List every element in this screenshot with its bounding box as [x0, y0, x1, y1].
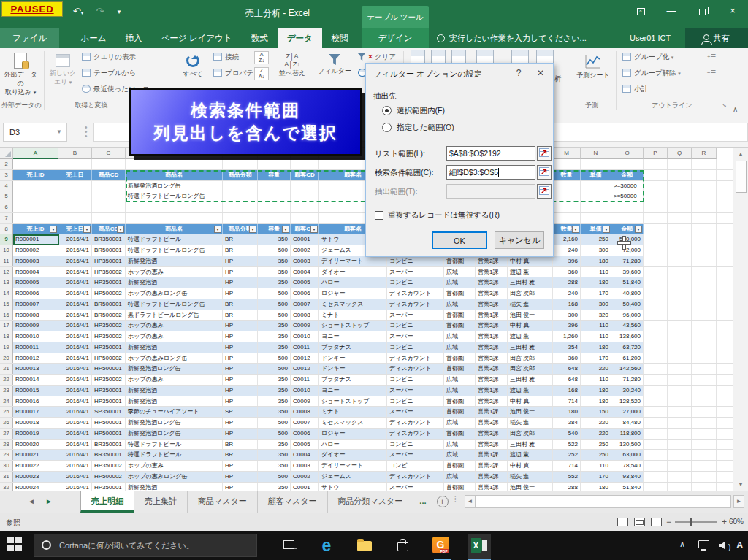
- tab-数式[interactable]: 数式: [242, 28, 278, 48]
- grid-cell-R13[interactable]: [692, 277, 717, 288]
- grid-cell-O32[interactable]: 51,840: [611, 483, 644, 491]
- grid-cell-L14[interactable]: 田宮 次郎: [508, 288, 553, 299]
- grid-cell-Q4[interactable]: [668, 181, 692, 191]
- grid-cell-K29[interactable]: 営業1課: [476, 450, 508, 460]
- row-header-11[interactable]: 11: [0, 256, 13, 266]
- grid-cell-L24[interactable]: 中村 真: [508, 396, 553, 407]
- grid-cell-C20[interactable]: HP500002: [92, 353, 126, 364]
- grid-cell-P2[interactable]: [644, 159, 668, 169]
- grid-cell-G12[interactable]: C0004: [291, 267, 319, 277]
- grid-cell-N26[interactable]: 220: [581, 418, 611, 428]
- grid-cell-K24[interactable]: 営業2課: [476, 396, 508, 407]
- grid-cell-E10[interactable]: BR: [223, 245, 258, 256]
- grid-cell-Q22[interactable]: [668, 375, 692, 385]
- grid-cell-F29[interactable]: 350: [258, 450, 291, 460]
- grid-cell-E22[interactable]: HP: [223, 375, 258, 385]
- grid-cell-C15[interactable]: BR500001: [92, 299, 126, 310]
- grid-cell-A10[interactable]: R000002: [13, 245, 58, 256]
- grid-cell-O23[interactable]: 30,240: [611, 386, 644, 396]
- grid-cell-F13[interactable]: 350: [258, 277, 291, 288]
- grid-cell-F23[interactable]: 350: [258, 386, 291, 396]
- grid-cell-P20[interactable]: [644, 353, 668, 364]
- grid-cell-J13[interactable]: 広域: [444, 277, 476, 288]
- grid-cell-Q17[interactable]: [668, 321, 692, 331]
- tab-ホーム[interactable]: ホーム: [72, 28, 116, 48]
- criteria-range-picker-button[interactable]: [537, 165, 552, 180]
- grid-cell-E20[interactable]: HP: [223, 353, 258, 364]
- grid-cell-P18[interactable]: [644, 331, 668, 342]
- grid-cell-A25[interactable]: R000017: [13, 407, 58, 417]
- grid-cell-D6[interactable]: [126, 202, 223, 212]
- grid-cell-Q3[interactable]: [668, 170, 692, 180]
- qat-customize-icon[interactable]: ▾: [111, 4, 127, 19]
- column-filter-icon[interactable]: ▼: [50, 226, 57, 233]
- grid-cell-I11[interactable]: コンビニ: [387, 256, 444, 266]
- grid-cell-R30[interactable]: [692, 461, 717, 471]
- grid-cell-J26[interactable]: 広域: [444, 418, 476, 428]
- grid-cell-C24[interactable]: HP350001: [92, 396, 126, 407]
- grid-cell-A9[interactable]: R000001: [13, 234, 58, 245]
- grid-cell-E14[interactable]: HP: [223, 288, 258, 299]
- grid-cell-E17[interactable]: HP: [223, 321, 258, 331]
- grid-cell-G18[interactable]: C0010: [291, 331, 319, 342]
- grid-cell-E15[interactable]: BR: [223, 299, 258, 310]
- grid-cell-A6[interactable]: [13, 202, 58, 212]
- grid-cell-O15[interactable]: 50,400: [611, 299, 644, 310]
- grid-cell-C12[interactable]: HP350002: [92, 267, 126, 277]
- grid-cell-M11[interactable]: 396: [553, 256, 581, 266]
- grid-cell-I23[interactable]: スーパー: [387, 386, 444, 396]
- grid-cell-K12[interactable]: 営業1課: [476, 267, 508, 277]
- grid-cell-B5[interactable]: [58, 191, 92, 202]
- grid-cell-E5[interactable]: [223, 191, 258, 202]
- grid-cell-E12[interactable]: HP: [223, 267, 258, 277]
- grid-cell-M5[interactable]: [553, 191, 581, 202]
- grid-cell-B19[interactable]: 2016/4/1: [58, 342, 92, 353]
- grid-cell-O14[interactable]: 40,800: [611, 288, 644, 299]
- grid-cell-F7[interactable]: [258, 213, 291, 223]
- column-header-P[interactable]: P: [644, 148, 668, 159]
- column-filter-icon[interactable]: ▼: [310, 226, 318, 233]
- grid-cell-N21[interactable]: 220: [581, 364, 611, 374]
- grid-cell-O4[interactable]: >=30000: [611, 181, 644, 191]
- row-header-13[interactable]: 13: [0, 277, 13, 288]
- column-filter-icon[interactable]: ▼: [83, 226, 91, 233]
- grid-cell-F27[interactable]: 500: [258, 429, 291, 439]
- grid-cell-F5[interactable]: [258, 191, 291, 202]
- row-header-6[interactable]: 6: [0, 202, 13, 212]
- grid-cell-C11[interactable]: HP350001: [92, 256, 126, 266]
- grid-cell-H28[interactable]: ハロー: [319, 440, 387, 450]
- grid-cell-M15[interactable]: 168: [553, 299, 581, 310]
- grid-cell-A31[interactable]: R000023: [13, 472, 58, 482]
- grid-cell-D30[interactable]: ホップの恵み: [126, 461, 223, 471]
- grid-cell-R23[interactable]: [692, 386, 717, 396]
- ok-button[interactable]: OK: [432, 231, 487, 249]
- grid-cell-N31[interactable]: 170: [581, 472, 611, 482]
- grid-cell-M8[interactable]: ▼数量: [553, 224, 581, 234]
- grid-cell-E21[interactable]: HP: [223, 364, 258, 374]
- remove-duplicates-icon[interactable]: [451, 50, 466, 64]
- grid-cell-I12[interactable]: スーパー: [387, 267, 444, 277]
- grid-cell-F25[interactable]: 350: [258, 407, 291, 417]
- grid-cell-E27[interactable]: HP: [223, 429, 258, 439]
- grid-cell-K17[interactable]: 営業2課: [476, 321, 508, 331]
- grid-cell-D18[interactable]: ホップの恵み: [126, 331, 223, 342]
- get-external-data-button[interactable]: 外部データの 取り込み ▾: [1, 51, 39, 97]
- row-header-9[interactable]: 9: [0, 234, 13, 245]
- grid-cell-P8[interactable]: [644, 224, 668, 234]
- row-header-23[interactable]: 23: [0, 386, 13, 396]
- grid-cell-R29[interactable]: [692, 450, 717, 460]
- grid-cell-H29[interactable]: ダイオー: [319, 450, 387, 460]
- grid-cell-O9[interactable]: 540,000: [611, 234, 644, 245]
- grid-cell-H20[interactable]: ドンキー: [319, 353, 387, 364]
- row-header-4[interactable]: 4: [0, 181, 13, 191]
- grid-cell-M23[interactable]: 168: [553, 386, 581, 396]
- grid-cell-F14[interactable]: 500: [258, 288, 291, 299]
- grid-cell-N27[interactable]: 220: [581, 429, 611, 439]
- column-filter-icon[interactable]: ▼: [603, 226, 610, 233]
- grid-cell-G5[interactable]: [291, 191, 319, 202]
- grid-cell-H13[interactable]: ハロー: [319, 277, 387, 288]
- grid-cell-M21[interactable]: 648: [553, 364, 581, 374]
- grid-cell-M32[interactable]: 288: [553, 483, 581, 491]
- grid-cell-C8[interactable]: ▼商品CD: [92, 224, 126, 234]
- grid-cell-R3[interactable]: [692, 170, 717, 180]
